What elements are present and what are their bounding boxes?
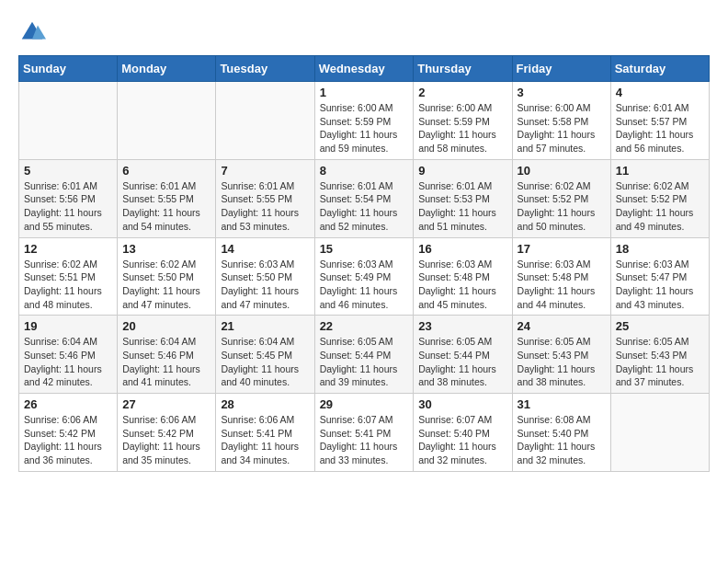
calendar-cell: 16Sunrise: 6:03 AM Sunset: 5:48 PM Dayli… <box>414 237 512 316</box>
calendar-cell: 2Sunrise: 6:00 AM Sunset: 5:59 PM Daylig… <box>414 82 512 160</box>
day-number: 4 <box>616 86 704 99</box>
day-info: Sunrise: 6:01 AM Sunset: 5:55 PM Dayligh… <box>221 179 309 234</box>
day-number: 28 <box>221 397 309 411</box>
weekday-header-saturday: Saturday <box>610 56 709 82</box>
day-info: Sunrise: 6:07 AM Sunset: 5:40 PM Dayligh… <box>418 413 506 467</box>
weekday-header-thursday: Thursday <box>414 56 512 82</box>
calendar-week-3: 12Sunrise: 6:02 AM Sunset: 5:51 PM Dayli… <box>19 237 710 316</box>
day-info: Sunrise: 6:02 AM Sunset: 5:52 PM Dayligh… <box>518 179 606 234</box>
day-info: Sunrise: 6:01 AM Sunset: 5:53 PM Dayligh… <box>418 179 506 234</box>
calendar-week-1: 1Sunrise: 6:00 AM Sunset: 5:59 PM Daylig… <box>19 82 710 160</box>
day-number: 21 <box>221 319 309 333</box>
calendar-cell <box>610 394 709 472</box>
day-number: 19 <box>24 319 112 333</box>
day-number: 26 <box>24 397 112 411</box>
day-info: Sunrise: 6:03 AM Sunset: 5:47 PM Dayligh… <box>616 258 704 312</box>
day-info: Sunrise: 6:02 AM Sunset: 5:50 PM Dayligh… <box>122 258 210 312</box>
calendar-body: 1Sunrise: 6:00 AM Sunset: 5:59 PM Daylig… <box>19 82 710 472</box>
day-info: Sunrise: 6:06 AM Sunset: 5:41 PM Dayligh… <box>221 413 309 467</box>
calendar-cell: 1Sunrise: 6:00 AM Sunset: 5:59 PM Daylig… <box>314 82 414 160</box>
day-info: Sunrise: 6:03 AM Sunset: 5:49 PM Dayligh… <box>320 258 409 312</box>
weekday-header-wednesday: Wednesday <box>314 56 414 82</box>
day-number: 31 <box>518 397 606 411</box>
day-number: 25 <box>616 319 704 333</box>
calendar-cell: 17Sunrise: 6:03 AM Sunset: 5:48 PM Dayli… <box>512 237 610 316</box>
logo-icon <box>18 18 46 46</box>
day-number: 11 <box>616 164 704 178</box>
weekday-header-sunday: Sunday <box>19 56 118 82</box>
calendar-week-5: 26Sunrise: 6:06 AM Sunset: 5:42 PM Dayli… <box>19 394 710 472</box>
day-number: 10 <box>518 164 606 178</box>
day-info: Sunrise: 6:04 AM Sunset: 5:46 PM Dayligh… <box>122 335 210 389</box>
day-number: 12 <box>24 242 112 256</box>
page-header <box>18 18 710 46</box>
day-number: 23 <box>418 319 506 333</box>
day-number: 14 <box>221 242 309 256</box>
day-number: 30 <box>418 397 506 411</box>
calendar-cell: 25Sunrise: 6:05 AM Sunset: 5:43 PM Dayli… <box>610 316 709 394</box>
calendar-cell: 5Sunrise: 6:01 AM Sunset: 5:56 PM Daylig… <box>19 159 118 237</box>
calendar-cell: 28Sunrise: 6:06 AM Sunset: 5:41 PM Dayli… <box>216 394 314 472</box>
day-info: Sunrise: 6:01 AM Sunset: 5:55 PM Dayligh… <box>122 179 210 234</box>
calendar-cell: 6Sunrise: 6:01 AM Sunset: 5:55 PM Daylig… <box>118 159 216 237</box>
calendar-cell: 14Sunrise: 6:03 AM Sunset: 5:50 PM Dayli… <box>216 237 314 316</box>
calendar-cell: 24Sunrise: 6:05 AM Sunset: 5:43 PM Dayli… <box>512 316 610 394</box>
calendar-cell: 30Sunrise: 6:07 AM Sunset: 5:40 PM Dayli… <box>414 394 512 472</box>
calendar-cell: 29Sunrise: 6:07 AM Sunset: 5:41 PM Dayli… <box>314 394 414 472</box>
day-number: 18 <box>616 242 704 256</box>
day-number: 27 <box>122 397 210 411</box>
day-number: 24 <box>518 319 606 333</box>
calendar-cell: 8Sunrise: 6:01 AM Sunset: 5:54 PM Daylig… <box>314 159 414 237</box>
calendar-cell: 12Sunrise: 6:02 AM Sunset: 5:51 PM Dayli… <box>19 237 118 316</box>
day-number: 17 <box>518 242 606 256</box>
day-number: 22 <box>320 319 409 333</box>
weekday-header-friday: Friday <box>512 56 610 82</box>
logo <box>18 18 50 46</box>
calendar-cell: 22Sunrise: 6:05 AM Sunset: 5:44 PM Dayli… <box>314 316 414 394</box>
day-info: Sunrise: 6:07 AM Sunset: 5:41 PM Dayligh… <box>320 413 409 467</box>
day-info: Sunrise: 6:05 AM Sunset: 5:44 PM Dayligh… <box>320 335 409 389</box>
calendar-cell <box>216 82 314 160</box>
day-info: Sunrise: 6:01 AM Sunset: 5:56 PM Dayligh… <box>24 179 112 234</box>
day-number: 29 <box>320 397 409 411</box>
day-number: 8 <box>320 164 409 178</box>
day-info: Sunrise: 6:00 AM Sunset: 5:59 PM Dayligh… <box>418 101 506 155</box>
day-info: Sunrise: 6:04 AM Sunset: 5:45 PM Dayligh… <box>221 335 309 389</box>
day-number: 6 <box>122 164 210 178</box>
day-number: 7 <box>221 164 309 178</box>
day-number: 15 <box>320 242 409 256</box>
day-info: Sunrise: 6:02 AM Sunset: 5:52 PM Dayligh… <box>616 179 704 234</box>
weekday-header-tuesday: Tuesday <box>216 56 314 82</box>
day-number: 1 <box>320 86 409 99</box>
calendar-cell: 10Sunrise: 6:02 AM Sunset: 5:52 PM Dayli… <box>512 159 610 237</box>
calendar-cell: 31Sunrise: 6:08 AM Sunset: 5:40 PM Dayli… <box>512 394 610 472</box>
day-number: 16 <box>418 242 506 256</box>
calendar-cell: 13Sunrise: 6:02 AM Sunset: 5:50 PM Dayli… <box>118 237 216 316</box>
calendar-cell: 11Sunrise: 6:02 AM Sunset: 5:52 PM Dayli… <box>610 159 709 237</box>
day-number: 13 <box>122 242 210 256</box>
calendar-cell: 23Sunrise: 6:05 AM Sunset: 5:44 PM Dayli… <box>414 316 512 394</box>
day-number: 2 <box>418 86 506 99</box>
day-info: Sunrise: 6:00 AM Sunset: 5:59 PM Dayligh… <box>320 101 409 155</box>
calendar-cell <box>19 82 118 160</box>
day-info: Sunrise: 6:03 AM Sunset: 5:50 PM Dayligh… <box>221 258 309 312</box>
day-number: 5 <box>24 164 112 178</box>
day-info: Sunrise: 6:03 AM Sunset: 5:48 PM Dayligh… <box>418 258 506 312</box>
day-info: Sunrise: 6:04 AM Sunset: 5:46 PM Dayligh… <box>24 335 112 389</box>
calendar-cell: 18Sunrise: 6:03 AM Sunset: 5:47 PM Dayli… <box>610 237 709 316</box>
calendar-cell: 20Sunrise: 6:04 AM Sunset: 5:46 PM Dayli… <box>118 316 216 394</box>
day-info: Sunrise: 6:06 AM Sunset: 5:42 PM Dayligh… <box>122 413 210 467</box>
calendar-table: SundayMondayTuesdayWednesdayThursdayFrid… <box>18 55 710 472</box>
calendar-week-2: 5Sunrise: 6:01 AM Sunset: 5:56 PM Daylig… <box>19 159 710 237</box>
day-info: Sunrise: 6:08 AM Sunset: 5:40 PM Dayligh… <box>518 413 606 467</box>
day-info: Sunrise: 6:05 AM Sunset: 5:43 PM Dayligh… <box>518 335 606 389</box>
weekday-header-monday: Monday <box>118 56 216 82</box>
day-number: 3 <box>518 86 606 99</box>
calendar-cell: 9Sunrise: 6:01 AM Sunset: 5:53 PM Daylig… <box>414 159 512 237</box>
day-number: 20 <box>122 319 210 333</box>
day-number: 9 <box>418 164 506 178</box>
day-info: Sunrise: 6:06 AM Sunset: 5:42 PM Dayligh… <box>24 413 112 467</box>
day-info: Sunrise: 6:02 AM Sunset: 5:51 PM Dayligh… <box>24 258 112 312</box>
day-info: Sunrise: 6:05 AM Sunset: 5:43 PM Dayligh… <box>616 335 704 389</box>
calendar-cell <box>118 82 216 160</box>
